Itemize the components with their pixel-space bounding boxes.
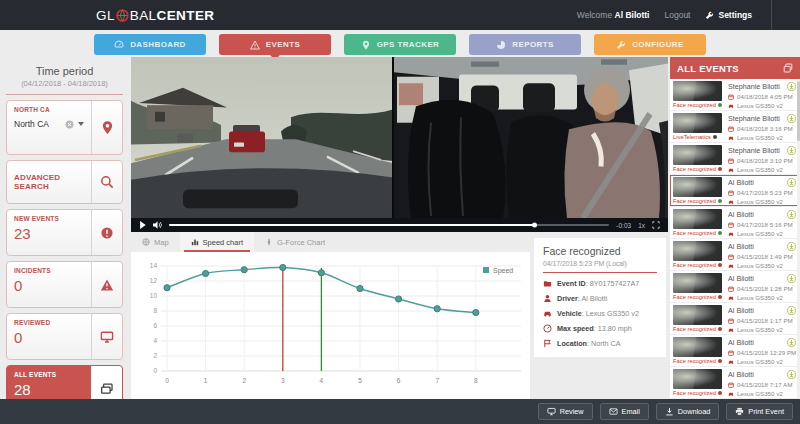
flag-icon (543, 339, 552, 348)
playback-rate[interactable]: 1x (638, 222, 645, 229)
chevron-down-icon[interactable] (78, 122, 84, 126)
download-icon[interactable] (787, 210, 796, 219)
event-detail-panel: Face recognized 04/17/2018 5:23 PM (Loca… (534, 238, 666, 357)
clear-icon[interactable] (65, 120, 74, 129)
event-vehicle: Lexus GS350 v2 (737, 230, 783, 237)
svg-text:2: 2 (153, 352, 157, 359)
event-date: 04/15/2018 1:49 PM (737, 253, 793, 260)
event-tag-status-icon (718, 327, 722, 331)
event-list-item[interactable]: Face recognized Al Bilotti 04/15/2018 7:… (670, 367, 800, 399)
counter-value: 0 (14, 329, 84, 346)
nav-gps-tracker[interactable]: GPS TRACKER (344, 34, 456, 55)
event-list-item[interactable]: Face recognized Al Bilotti 04/15/2018 1:… (670, 239, 800, 271)
event-thumbnail (673, 241, 722, 261)
print-event-button[interactable]: Print Event (726, 403, 793, 420)
event-tag-status-icon (718, 199, 722, 203)
event-vehicle: Lexus GS350 v2 (737, 294, 783, 301)
car-icon (728, 135, 734, 141)
nav-events[interactable]: EVENTS (219, 34, 331, 55)
advanced-search-label: ADVANCED SEARCH (14, 173, 84, 191)
main-nav: DASHBOARD EVENTS GPS TRACKER REPORTS CON… (0, 30, 800, 57)
speed-chart[interactable]: 02468101214012345678Speed (131, 252, 530, 395)
event-list-item[interactable]: Face recognized Al Bilotti 04/15/2018 1:… (670, 271, 800, 303)
download-icon[interactable] (787, 274, 796, 283)
nav-reports[interactable]: REPORTS (469, 34, 581, 55)
filter-sidebar: Time period (04/12/2018 - 04/18/2018) NO… (0, 57, 129, 399)
play-icon[interactable] (139, 221, 146, 229)
location-pin-icon (100, 120, 115, 135)
video-controls: -0:03 1x (131, 218, 668, 232)
download-icon[interactable] (787, 178, 796, 187)
detail-field-driver: Driver: Al Bilotti (543, 294, 657, 303)
event-list-item[interactable]: Face recognized Al Bilotti 04/17/2018 5:… (670, 207, 800, 239)
download-icon[interactable] (787, 82, 796, 91)
export-icon[interactable] (783, 63, 793, 73)
dashcam-video[interactable] (131, 57, 668, 218)
progress-handle[interactable] (532, 223, 537, 228)
download-icon[interactable] (787, 114, 796, 123)
region-select[interactable]: North CA (14, 119, 61, 129)
review-button[interactable]: Review (538, 403, 593, 420)
time-period-range: (04/12/2018 - 04/18/2018) (0, 79, 129, 88)
event-thumbnail (673, 305, 722, 325)
event-thumbnail (673, 209, 722, 229)
event-tag-label: Face recognized (673, 358, 716, 364)
advanced-search-card[interactable]: ADVANCED SEARCH (6, 160, 123, 204)
download-icon[interactable] (787, 146, 796, 155)
car-icon (728, 199, 734, 205)
tab-g-force-chart[interactable]: G-Force Chart (254, 232, 336, 252)
calendar-icon (728, 350, 734, 356)
logout-link[interactable]: Logout (664, 10, 690, 20)
event-tag-status-icon (718, 263, 722, 267)
reviewed-card[interactable]: REVIEWED 0 (6, 313, 123, 360)
region-label: NORTH CA (14, 106, 84, 113)
svg-text:2: 2 (242, 377, 246, 384)
region-filter-card[interactable]: NORTH CA North CA (6, 100, 123, 155)
user-name: Al Bilotti (615, 10, 650, 20)
nav-configure[interactable]: CONFIGURE (594, 34, 706, 55)
event-tag-label: Face recognized (673, 166, 716, 172)
welcome-text: Welcome Al Bilotti (577, 10, 650, 20)
calendar-icon (728, 126, 734, 132)
download-icon[interactable] (787, 370, 796, 379)
event-tag-status-icon (718, 103, 722, 107)
incidents-card[interactable]: INCIDENTS 0 (6, 261, 123, 308)
event-list-item[interactable]: Face recognized Al Bilotti 04/17/2018 5:… (670, 175, 800, 207)
svg-text:7: 7 (435, 377, 439, 384)
email-button[interactable]: Email (600, 403, 649, 420)
event-date: 04/18/2018 4:05 PM (737, 93, 793, 100)
car-icon (728, 231, 734, 237)
svg-text:1: 1 (204, 377, 208, 384)
event-tag: Face recognized (673, 294, 723, 300)
volume-icon[interactable] (153, 221, 162, 229)
event-list-item[interactable]: Face recognized Al Bilotti 04/15/2018 12… (670, 335, 800, 367)
wrench-icon (705, 11, 714, 20)
dashcam-frame (131, 57, 668, 218)
event-thumbnail (673, 369, 722, 389)
event-list-item[interactable]: Face recognized Stephanie Bilotti 04/18/… (670, 143, 800, 175)
car-icon (728, 359, 734, 365)
settings-button[interactable]: Settings (705, 10, 752, 20)
event-list-item[interactable]: LiveTelematics Stephanie Bilotti 04/18/2… (670, 111, 800, 143)
event-date: 04/15/2018 12:29 PM (737, 349, 796, 356)
event-list-item[interactable]: Face recognized Al Bilotti 04/15/2018 1:… (670, 303, 800, 335)
event-list-item[interactable]: Face recognized Stephanie Bilotti 04/18/… (670, 79, 800, 111)
new-events-card[interactable]: NEW EVENTS 23 (6, 209, 123, 256)
detail-field-location: Location: North CA (543, 339, 657, 348)
event-tag: Face recognized (673, 230, 723, 236)
video-progress-bar[interactable] (169, 224, 609, 226)
download-icon[interactable] (787, 338, 796, 347)
counter-label: ALL EVENTS (14, 371, 84, 378)
tab-speed-chart[interactable]: Speed chart (180, 232, 254, 252)
event-thumbnail (673, 273, 722, 293)
svg-text:12: 12 (150, 277, 158, 284)
tab-map[interactable]: Map (131, 232, 180, 252)
download-icon[interactable] (787, 242, 796, 251)
nav-dashboard[interactable]: DASHBOARD (94, 34, 206, 55)
event-vehicle: Lexus GS350 v2 (737, 134, 783, 141)
event-thumbnail (673, 177, 722, 197)
fullscreen-icon[interactable] (652, 221, 660, 229)
download-button[interactable]: Download (656, 403, 719, 420)
download-icon[interactable] (787, 306, 796, 315)
svg-text:0: 0 (165, 377, 169, 384)
